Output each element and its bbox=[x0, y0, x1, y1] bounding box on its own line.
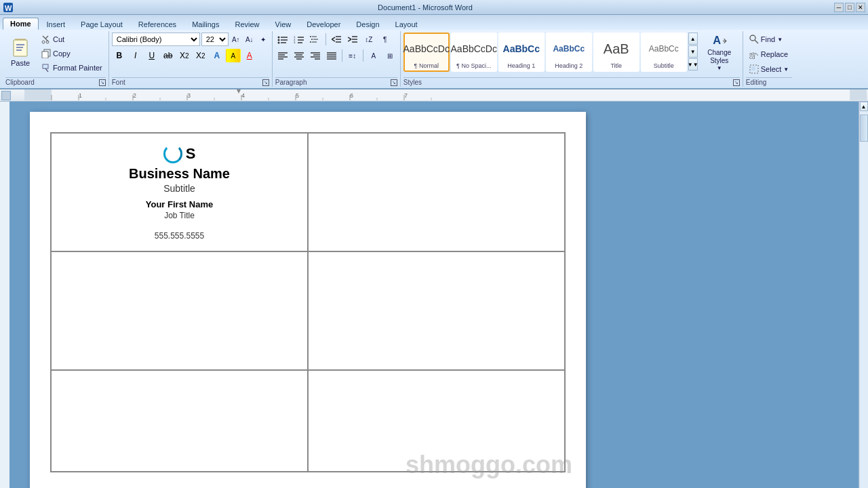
business-card-grid: S Business Name Subtitle Your First Name… bbox=[50, 132, 566, 472]
paragraph-group-label: Paragraph ↘ bbox=[275, 77, 397, 86]
svg-point-17 bbox=[277, 39, 279, 41]
ruler-corner[interactable] bbox=[1, 91, 11, 100]
svg-text:6: 6 bbox=[350, 92, 353, 99]
align-right-button[interactable] bbox=[308, 49, 323, 62]
strikethrough-button[interactable]: ab bbox=[161, 49, 176, 62]
scrollbar-thumb[interactable] bbox=[860, 115, 868, 142]
subscript-button[interactable]: X2 bbox=[177, 49, 192, 62]
format-painter-icon bbox=[41, 63, 51, 73]
card-cell-mid-left[interactable] bbox=[51, 251, 308, 370]
document-area[interactable]: S Business Name Subtitle Your First Name… bbox=[9, 102, 859, 488]
sort-button[interactable]: ↕Z bbox=[361, 33, 376, 46]
main-area: S Business Name Subtitle Your First Name… bbox=[0, 102, 868, 488]
text-highlight-button[interactable]: A bbox=[226, 49, 241, 62]
select-button[interactable]: Select ▼ bbox=[746, 62, 793, 76]
card-cell-main[interactable]: S Business Name Subtitle Your First Name… bbox=[51, 133, 308, 251]
styles-group-label: Styles ↘ bbox=[403, 77, 740, 86]
tab-developer[interactable]: Developer bbox=[299, 18, 348, 30]
align-left-button[interactable] bbox=[275, 49, 290, 62]
tab-home[interactable]: Home bbox=[3, 18, 39, 30]
justify-button[interactable] bbox=[324, 49, 339, 62]
tab-layout[interactable]: Layout bbox=[388, 18, 425, 30]
font-group: Calibri (Body) 22 A↑ A↓ ✦ B I U ab X2 X2 bbox=[109, 31, 273, 87]
ribbon-content: Paste Cut bbox=[0, 30, 868, 88]
change-styles-button[interactable]: A ChangeStyles ▼ bbox=[699, 33, 740, 72]
multilevel-list-button[interactable] bbox=[308, 33, 323, 46]
cut-button[interactable]: Cut bbox=[38, 33, 106, 46]
style-title[interactable]: AaB Title bbox=[593, 33, 639, 72]
font-grow-button[interactable]: A↑ bbox=[230, 33, 242, 45]
scrollbar-up[interactable]: ▲ bbox=[860, 102, 868, 111]
tab-page-layout[interactable]: Page Layout bbox=[73, 18, 130, 30]
replace-button[interactable]: abcd Replace bbox=[746, 47, 791, 61]
styles-scroll-up[interactable]: ▲ bbox=[688, 33, 698, 45]
svg-point-9 bbox=[42, 41, 45, 43]
styles-scroll-down[interactable]: ▼ bbox=[688, 45, 698, 58]
minimize-button[interactable]: ─ bbox=[834, 3, 844, 12]
paragraph-expand-icon[interactable]: ↘ bbox=[391, 79, 397, 86]
card-cell-bot-left[interactable] bbox=[51, 370, 308, 472]
format-painter-button[interactable]: Format Painter bbox=[38, 61, 106, 75]
style-heading2-label: Heading 2 bbox=[555, 62, 583, 69]
copy-button[interactable]: Copy bbox=[38, 47, 106, 60]
paragraph-row-1: 1.2.3. ↕Z ¶ bbox=[275, 33, 393, 46]
svg-rect-93 bbox=[0, 102, 9, 488]
align-center-button[interactable] bbox=[292, 49, 307, 62]
clear-formatting-button[interactable]: ✦ bbox=[257, 33, 269, 45]
text-effects-button[interactable]: A bbox=[210, 49, 224, 62]
svg-line-39 bbox=[348, 39, 351, 41]
font-color-button[interactable]: A bbox=[242, 49, 257, 62]
style-no-spacing-label: ¶ No Spaci... bbox=[456, 62, 491, 69]
italic-button[interactable]: I bbox=[128, 49, 143, 62]
show-hide-button[interactable]: ¶ bbox=[378, 33, 393, 46]
tab-view[interactable]: View bbox=[268, 18, 299, 30]
font-shrink-button[interactable]: A↓ bbox=[243, 33, 256, 45]
superscript-button[interactable]: X2 bbox=[193, 49, 208, 62]
card-cell-top-right[interactable] bbox=[308, 133, 565, 251]
style-heading2[interactable]: AaBbCc Heading 2 bbox=[546, 33, 592, 72]
vertical-ruler-svg bbox=[0, 102, 9, 488]
font-family-select[interactable]: Calibri (Body) bbox=[112, 33, 200, 46]
bold-button[interactable]: B bbox=[112, 49, 127, 62]
font-expand-icon[interactable]: ↘ bbox=[262, 79, 269, 86]
vertical-scrollbar[interactable]: ▲ ▼ bbox=[859, 102, 868, 488]
paragraph-row-2: ≡↕ A ⊞ bbox=[275, 49, 397, 62]
font-size-select[interactable]: 22 bbox=[201, 33, 229, 46]
bullets-button[interactable] bbox=[275, 33, 290, 46]
style-heading1[interactable]: AaBbCc Heading 1 bbox=[498, 33, 545, 72]
clipboard-expand-icon[interactable]: ↘ bbox=[99, 79, 106, 86]
find-button[interactable]: Find ▼ bbox=[746, 33, 786, 46]
borders-button[interactable]: ⊞ bbox=[382, 49, 397, 62]
svg-text:3.: 3. bbox=[294, 41, 296, 44]
shading-button[interactable]: A bbox=[366, 49, 381, 62]
vertical-ruler bbox=[0, 102, 9, 488]
svg-line-14 bbox=[45, 68, 48, 72]
underline-button[interactable]: U bbox=[144, 49, 159, 62]
style-normal-label: ¶ Normal bbox=[414, 62, 439, 69]
style-subtitle[interactable]: AaBbCc Subtitle bbox=[641, 33, 687, 72]
numbering-button[interactable]: 1.2.3. bbox=[292, 33, 307, 46]
card-cell-mid-right[interactable] bbox=[308, 251, 565, 370]
tab-mailings[interactable]: Mailings bbox=[184, 18, 226, 30]
decrease-indent-button[interactable] bbox=[329, 33, 344, 46]
clipboard-group-label: Clipboard ↘ bbox=[5, 77, 106, 86]
styles-group: AaBbCcDc ¶ Normal AaBbCcDc ¶ No Spaci... bbox=[401, 31, 743, 87]
window-title: Document1 - Microsoft Word bbox=[16, 3, 834, 12]
style-normal[interactable]: AaBbCcDc ¶ Normal bbox=[403, 33, 450, 72]
tab-references[interactable]: References bbox=[131, 18, 184, 30]
increase-indent-button[interactable] bbox=[345, 33, 360, 46]
tab-review[interactable]: Review bbox=[227, 18, 267, 30]
styles-expand-icon[interactable]: ↘ bbox=[733, 79, 740, 86]
tab-design[interactable]: Design bbox=[349, 18, 387, 30]
font-row-2: B I U ab X2 X2 A A A bbox=[112, 49, 257, 62]
paste-label: Paste bbox=[11, 59, 30, 67]
svg-rect-5 bbox=[16, 47, 23, 48]
paste-button[interactable]: Paste bbox=[5, 33, 35, 69]
tab-insert[interactable]: Insert bbox=[39, 18, 73, 30]
line-spacing-button[interactable]: ≡↕ bbox=[345, 49, 360, 62]
close-button[interactable]: ✕ bbox=[856, 3, 865, 12]
restore-button[interactable]: □ bbox=[845, 3, 854, 12]
card-cell-bot-right[interactable] bbox=[308, 370, 565, 472]
style-no-spacing[interactable]: AaBbCcDc ¶ No Spaci... bbox=[451, 33, 497, 72]
styles-expand[interactable]: ▼▼ bbox=[688, 58, 698, 70]
